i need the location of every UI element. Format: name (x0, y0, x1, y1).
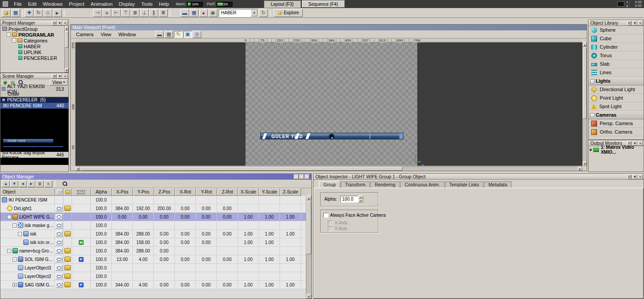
scroll-thumb[interactable] (306, 201, 311, 254)
value-cell[interactable]: 100.0 (91, 213, 112, 221)
scroll-up-icon[interactable]: ▲ (583, 42, 587, 47)
value-cell[interactable]: 4.00 (133, 281, 154, 289)
object-name-cell[interactable]: isik (0, 230, 55, 238)
value-cell[interactable] (133, 196, 154, 204)
align-center-icon[interactable]: ≡ (102, 9, 111, 17)
value-cell[interactable] (133, 272, 154, 280)
value-cell[interactable] (196, 272, 217, 280)
move-tool-icon[interactable]: ✚ (25, 9, 34, 17)
lock-icon[interactable] (64, 265, 71, 270)
object-row[interactable]: DirLight1 100.0384.00192.00200.000.000.0… (0, 204, 306, 213)
tree-expander[interactable] (13, 223, 17, 227)
visibility-cell[interactable] (55, 213, 64, 221)
value-cell[interactable]: 100.0 (91, 238, 112, 246)
value-cell[interactable]: 1.00 (280, 255, 301, 263)
open-project-icon[interactable]: ◪ (2, 9, 11, 17)
object-name-cell[interactable]: LayerObject3 (0, 264, 55, 272)
value-cell[interactable]: 100.0 (91, 247, 112, 255)
alpha-up-button[interactable]: ▴ (358, 195, 363, 199)
value-cell[interactable]: 158.00 (133, 238, 154, 246)
value-cell[interactable]: 100.0 (91, 272, 112, 280)
eye-icon[interactable] (55, 214, 63, 220)
value-column-header[interactable]: Y-Pos (133, 188, 154, 196)
menubar-item[interactable]: Animation (88, 0, 116, 8)
badge-cell[interactable] (72, 204, 91, 212)
display-mode-icon[interactable]: ▬ (155, 31, 164, 38)
value-cell[interactable] (175, 221, 196, 229)
value-cell[interactable]: 1.00 (280, 230, 301, 238)
collapse-tree-icon[interactable]: ≡ (44, 181, 52, 187)
value-cell[interactable] (196, 196, 217, 204)
value-cell[interactable] (280, 196, 301, 204)
value-cell[interactable] (112, 272, 133, 280)
menubar-item[interactable]: Display (116, 0, 138, 8)
dock-button[interactable]: ⊡ (52, 21, 57, 25)
search-icon[interactable] (18, 80, 23, 85)
project-tree-node[interactable]: UPLINK (0, 49, 64, 55)
always-face-camera-checkbox[interactable] (323, 213, 328, 218)
align-bottom-icon[interactable]: ⊥ (140, 9, 149, 17)
value-cell[interactable]: 0.00 (196, 281, 217, 289)
library-item[interactable]: Lights (589, 77, 644, 85)
object-row[interactable]: isik 100.0384.00288.000.000.000.000.001.… (0, 230, 306, 238)
badge-cell[interactable] (72, 196, 91, 204)
lock-cell[interactable] (64, 196, 72, 204)
section-expander[interactable] (590, 79, 594, 83)
object-name-cell[interactable]: SAG ISIM GRUP (0, 281, 55, 289)
scene-folder-pencereler[interactable]: PENCERELER (5) (0, 97, 68, 103)
scene-item-selected[interactable]: IKI PENCERE ISIM 440 (0, 103, 68, 109)
value-cell[interactable]: 384.00 (112, 204, 133, 212)
object-row[interactable]: isik icin orta mask M 100.0384.00158.000… (0, 238, 306, 247)
object-name-cell[interactable]: DirLight1 (0, 204, 55, 212)
menubar-item[interactable]: Edit (25, 0, 40, 8)
value-cell[interactable]: 100.0 (91, 204, 112, 212)
value-cell[interactable]: 100.0 (91, 230, 112, 238)
tree-expander[interactable] (18, 232, 22, 236)
library-item[interactable]: Cameras (589, 111, 644, 119)
value-column-header[interactable]: X-Scale (238, 188, 259, 196)
value-cell[interactable] (175, 196, 196, 204)
lock-cell[interactable] (64, 213, 72, 221)
scroll-down-icon[interactable]: ▼ (583, 161, 587, 166)
value-cell[interactable] (238, 247, 259, 255)
pin-button[interactable]: ▾ (632, 21, 637, 25)
object-name-cell[interactable]: SOL ISIM GRUP (0, 255, 55, 263)
value-cell[interactable] (280, 238, 301, 246)
value-column-header[interactable]: Z-Rot (217, 188, 238, 196)
object-row[interactable]: SAG ISIM GRUP P 100.0344.004.000.000.000… (0, 281, 306, 289)
tree-expander[interactable] (13, 283, 17, 287)
value-column-header[interactable]: Y-Scale (259, 188, 280, 196)
value-cell[interactable] (259, 221, 280, 229)
value-cell[interactable]: 0.00 (154, 230, 175, 238)
output-preview-icon[interactable]: ▬ (180, 9, 189, 17)
pin-button[interactable]: ▾ (299, 174, 304, 179)
grid-preview-icon[interactable]: ▦ (190, 9, 199, 17)
value-column-header[interactable]: Z-Pos (154, 188, 175, 196)
value-cell[interactable]: 0.00 (133, 213, 154, 221)
value-cell[interactable]: 1.00 (259, 213, 280, 221)
value-cell[interactable]: 0.00 (175, 255, 196, 263)
project-tree-node[interactable]: HABER (0, 43, 64, 49)
visibility-cell[interactable] (55, 238, 64, 246)
value-cell[interactable]: 384.00 (112, 247, 133, 255)
lock-icon[interactable] (64, 231, 71, 236)
value-cell[interactable] (154, 272, 175, 280)
close-button[interactable]: × (305, 174, 309, 179)
value-cell[interactable]: 0.00 (196, 230, 217, 238)
value-cell[interactable] (238, 221, 259, 229)
scroll-right-icon[interactable]: ► (578, 167, 582, 171)
menubar-item[interactable]: Project (66, 0, 87, 8)
project-manager-scrollbar[interactable]: ▲ ▼ (64, 26, 68, 72)
value-cell[interactable]: 1.00 (259, 238, 280, 246)
value-column-header[interactable]: X-Rot (175, 188, 196, 196)
dock-button[interactable]: ⊡ (627, 21, 632, 25)
library-item[interactable]: Spot Light (589, 102, 644, 111)
value-cell[interactable]: 1.00 (238, 230, 259, 238)
close-button[interactable]: × (638, 174, 643, 179)
value-cell[interactable]: 0.00 (196, 204, 217, 212)
badge-cell[interactable] (72, 247, 91, 255)
value-cell[interactable] (133, 221, 154, 229)
viewport-canvas[interactable]: GÜLER YILD (76, 42, 582, 166)
value-cell[interactable]: 0.00 (154, 281, 175, 289)
object-name-cell[interactable]: LayerObject2 (0, 272, 55, 280)
